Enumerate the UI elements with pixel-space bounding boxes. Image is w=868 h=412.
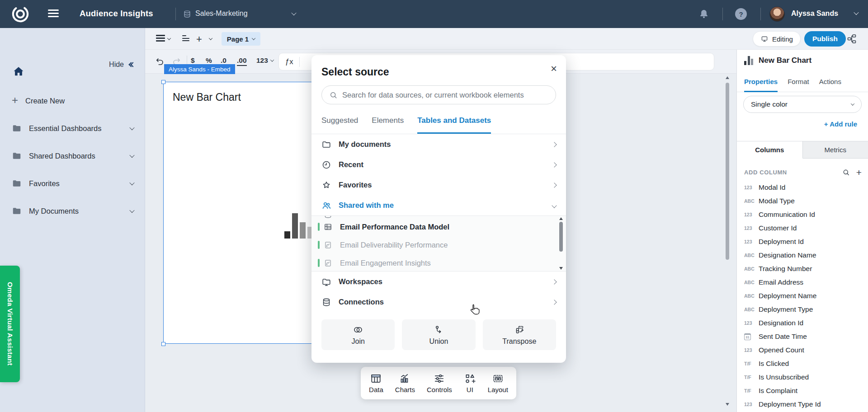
column-list-item[interactable]: ABC Email Address [737, 276, 868, 289]
source-nav-item[interactable]: Recent [321, 154, 556, 175]
omeda-logo-icon[interactable] [10, 4, 31, 24]
hide-sidebar-button[interactable]: Hide [109, 61, 135, 69]
source-nav-item[interactable]: My documents [321, 134, 556, 154]
modal-tab[interactable]: Tables and Datasets [417, 114, 491, 134]
column-list-item[interactable]: 123 Modal Id [737, 181, 868, 194]
column-list-item[interactable]: ABC Modal Type [737, 194, 868, 208]
chart-icon [399, 373, 411, 384]
editing-mode-button[interactable]: Editing [753, 31, 801, 47]
percent-format-button[interactable]: % [206, 56, 212, 65]
help-icon[interactable]: ? [735, 8, 747, 20]
sub-list-scrollbar[interactable] [558, 217, 564, 270]
share-icon[interactable] [846, 33, 857, 45]
source-nav-item[interactable]: Workspaces [321, 272, 556, 292]
sidebar-folder-item[interactable]: Favorites [0, 175, 145, 192]
add-column-plus-icon[interactable]: + [856, 168, 862, 177]
chevron-right-icon [552, 279, 557, 284]
modal-action-button[interactable]: Transpose [483, 319, 556, 350]
dock-item[interactable]: UI [464, 373, 476, 393]
add-rule-link[interactable]: + Add rule [824, 120, 857, 128]
chevron-right-icon [552, 300, 557, 304]
page-list-icon[interactable] [156, 35, 165, 43]
modal-action-button[interactable]: Union [402, 319, 475, 350]
scrollbar-thumb[interactable] [726, 83, 729, 260]
close-icon[interactable]: × [551, 63, 557, 74]
page-tab[interactable]: Page 1 [222, 32, 260, 46]
source-search-input[interactable] [342, 91, 548, 99]
dock-item[interactable]: Charts [395, 373, 415, 393]
chevron-down-icon[interactable] [129, 180, 134, 185]
chevron-down-icon[interactable] [129, 125, 134, 130]
dock-item[interactable]: Data [369, 373, 383, 393]
virtual-assistant-tab[interactable]: Omeda Virtual Assistant [0, 266, 20, 382]
chevron-down-icon[interactable] [129, 208, 134, 213]
increase-decimal-button[interactable]: .00 [237, 56, 247, 66]
number-format-button[interactable]: 123 [256, 56, 274, 65]
user-name[interactable]: Alyssa Sands [791, 9, 838, 18]
chevron-down-icon[interactable] [209, 36, 212, 40]
column-list-item[interactable]: ABC Deployment Name [737, 289, 868, 303]
undo-icon[interactable] [155, 56, 165, 66]
sidebar-folder-item[interactable]: My Documents [0, 203, 145, 219]
column-list-item[interactable]: T/F Is Clicked [737, 357, 868, 370]
scroll-up-arrow-icon[interactable] [726, 76, 729, 79]
inspector-tab[interactable]: Properties [744, 76, 778, 92]
selection-handle[interactable] [161, 80, 165, 84]
inspector-tab[interactable]: Actions [819, 76, 841, 92]
publish-button[interactable]: Publish [804, 31, 846, 47]
shared-source-item[interactable]: Email Engagement Insights [318, 254, 566, 272]
modal-tab[interactable]: Suggested [321, 114, 358, 134]
outline-view-icon[interactable] [182, 35, 189, 43]
currency-format-button[interactable]: $ [191, 56, 195, 65]
search-icon[interactable] [842, 169, 850, 176]
modal-tab[interactable]: Elements [372, 114, 404, 134]
column-list-item[interactable]: 31 Sent Date Time [737, 330, 868, 343]
source-nav-item[interactable]: Favorites [321, 175, 556, 195]
inspector-subtab[interactable]: Metrics [803, 141, 868, 159]
column-list-item[interactable]: T/F Is Unsubscribed [737, 370, 868, 384]
add-page-icon[interactable]: + [196, 33, 202, 45]
workspace-selector[interactable]: Sales-Marketing [195, 9, 248, 18]
scroll-up-arrow-icon[interactable] [559, 217, 563, 220]
source-search[interactable] [321, 85, 556, 104]
dock-item[interactable]: Layout [488, 373, 508, 393]
user-avatar[interactable] [769, 6, 785, 22]
selection-handle[interactable] [161, 342, 165, 346]
column-list-item[interactable]: ABC Designation Name [737, 248, 868, 262]
shared-source-item[interactable]: Email Performance Data Model [318, 218, 566, 236]
shared-source-item[interactable]: Email Deliverability Performance [318, 236, 566, 254]
column-list-item[interactable]: 123 Opened Count [737, 343, 868, 357]
sidebar-folder-item[interactable]: Essential Dashboards [0, 120, 145, 136]
modal-action-button[interactable]: Join [321, 319, 395, 350]
column-list-item[interactable]: 123 Deployment Id [737, 235, 868, 248]
inspector-tab[interactable]: Format [788, 76, 809, 92]
dock-item[interactable]: Controls [427, 373, 452, 393]
column-list-item[interactable]: T/F Is Complaint [737, 384, 868, 398]
modal-tab-label: Elements [372, 116, 404, 125]
home-icon[interactable] [12, 65, 25, 78]
sidebar-folder-item[interactable]: Shared Dashboards [0, 148, 145, 164]
column-type-icon: ABC [744, 293, 759, 299]
scroll-down-arrow-icon[interactable] [559, 267, 563, 270]
chevron-down-icon[interactable] [291, 10, 296, 15]
column-list-item[interactable]: 123 Deployment Type Id [737, 398, 868, 411]
source-nav-item[interactable]: Shared with me [321, 195, 556, 215]
column-list-item[interactable]: 123 Customer Id [737, 221, 868, 235]
chevron-down-icon[interactable] [854, 10, 859, 15]
column-list-item[interactable]: ABC Tracking Number [737, 262, 868, 276]
column-list-item[interactable]: 123 Designation Id [737, 316, 868, 330]
scroll-down-arrow-icon[interactable] [726, 403, 729, 406]
column-list-item[interactable]: ABC Deployment Type [737, 303, 868, 316]
canvas-scrollbar[interactable] [724, 74, 731, 412]
color-mode-select[interactable]: Single color [743, 96, 862, 113]
source-nav-item[interactable]: Connections [321, 292, 556, 312]
column-list-item[interactable]: 123 Communication Id [737, 208, 868, 221]
scrollbar-thumb[interactable] [559, 222, 563, 252]
notifications-bell-icon[interactable] [698, 8, 710, 20]
create-new-button[interactable]: + Create New [0, 92, 145, 109]
inspector-subtab[interactable]: Columns [737, 141, 803, 159]
chevron-down-icon[interactable] [167, 36, 171, 40]
hamburger-menu-icon[interactable] [48, 9, 59, 19]
chevron-down-icon[interactable] [129, 153, 134, 158]
chevron-right-icon [552, 183, 557, 187]
